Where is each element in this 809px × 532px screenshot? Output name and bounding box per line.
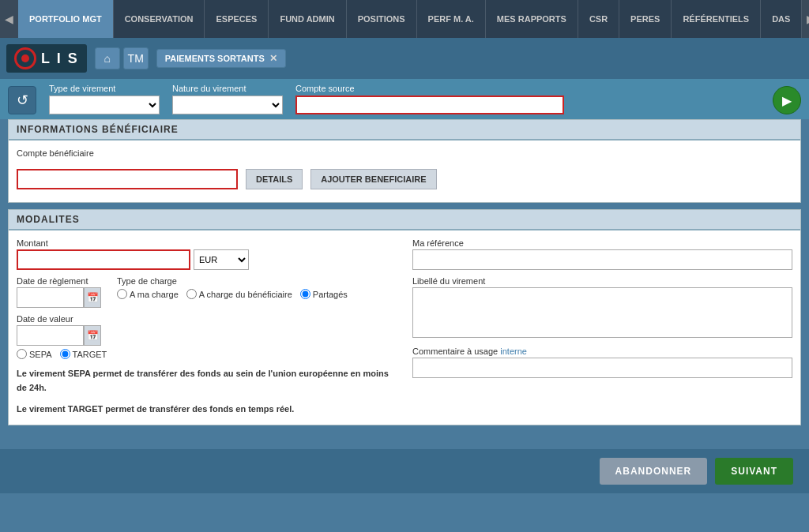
nature-virement-select[interactable] [172,96,283,114]
nav-tab-conservation[interactable]: CONSERVATION [114,0,205,38]
date-reglement-group: Date de règlement 04/01/2018 📅 [17,276,101,308]
charge-partages-option[interactable]: Partagés [300,289,348,299]
beneficiaire-section-body: Compte bénéficiaire DETAILS AJOUTER BENE… [9,140,800,202]
logo-bar: L I S ⌂ TM PAIEMENTS SORTANTS ✕ [0,38,809,79]
charge-ma-charge-option[interactable]: A ma charge [117,289,179,299]
nav-left-arrow[interactable]: ◀ [0,0,18,38]
top-navigation: ◀ PORTFOLIO MGT CONSERVATION ESPECES FUN… [0,0,809,38]
beneficiaire-controls-row: DETAILS AJOUTER BENEFICIAIRE [17,164,792,194]
footer: ABANDONNER SUIVANT [0,449,809,493]
sepa-option[interactable]: SEPA [17,349,52,359]
nav-tab-das[interactable]: DAS [761,0,802,38]
montant-row: Montant EUR USD GBP [17,238,397,270]
header-controls: ↺ Type de virement Nature du virement Co… [0,79,809,119]
paiements-sortants-tab[interactable]: PAIEMENTS SORTANTS ✕ [156,49,286,68]
commentaire-row: Commentaire à usage interne [412,347,792,378]
nav-tab-csr[interactable]: CSR [578,0,619,38]
modalites-left-panel: Montant EUR USD GBP Date de règlement [17,238,397,417]
refresh-icon: ↺ [17,92,28,109]
nav-tab-portfolio-mgt[interactable]: PORTFOLIO MGT [18,0,114,38]
modalites-section: MODALITES Montant EUR USD GBP [8,209,801,425]
ma-reference-row: Ma référence [412,238,792,270]
date-reglement-input[interactable]: 04/01/2018 [17,287,84,308]
logo: L I S [6,44,87,73]
libelle-virement-row: Libellé du virement [412,276,792,340]
compte-beneficiaire-input[interactable] [17,169,238,189]
play-icon: ▶ [782,93,792,108]
nav-tab-peres[interactable]: PERES [619,0,672,38]
logo-text: L I S [41,51,79,67]
date-reglement-label: Date de règlement [17,276,101,286]
nav-tab-referentiels[interactable]: RÉFÉRENTIELS [672,0,761,38]
beneficiaire-section: INFORMATIONS BÉNÉFICIAIRE Compte bénéfic… [8,119,801,203]
type-charge-group: Type de charge A ma charge A charge du b… [117,276,348,299]
info-target-text: Le virement TARGET permet de transférer … [17,403,397,417]
nav-tab-fund-admin[interactable]: FUND ADMIN [269,0,346,38]
commentaire-interne-link[interactable]: interne [500,347,527,356]
nav-tab-perf-ma[interactable]: PERF M. A. [417,0,486,38]
info-sepa-text: Le virement SEPA permet de transférer de… [17,367,397,395]
compte-source-input[interactable] [295,96,564,114]
commentaire-label: Commentaire à usage interne [412,347,792,356]
abandonner-button[interactable]: ABANDONNER [600,458,708,485]
target-option[interactable]: TARGET [60,349,107,359]
nav-tab-positions[interactable]: POSITIONS [347,0,417,38]
home-icon: ⌂ [103,52,110,65]
paiements-sortants-close-icon[interactable]: ✕ [269,53,277,64]
montant-label: Montant [17,238,397,248]
date-valeur-row: Date de valeur 📅 SEPA TARGET [17,314,397,359]
logo-circle [14,47,36,69]
type-charge-label: Type de charge [117,276,348,286]
modalites-right-panel: Ma référence Libellé du virement Comment… [412,238,792,417]
commentaire-input[interactable] [412,358,792,378]
charge-radio-group: A ma charge A charge du bénéficiaire Par… [117,289,348,299]
details-button[interactable]: DETAILS [246,169,303,189]
libelle-virement-label: Libellé du virement [412,276,792,286]
ajouter-beneficiaire-button[interactable]: AJOUTER BENEFICIAIRE [310,169,436,189]
date-valeur-label: Date de valeur [17,314,397,324]
ma-reference-label: Ma référence [412,238,792,248]
compte-beneficiaire-row: Compte bénéficiaire [17,148,792,158]
date-valeur-calendar-icon[interactable]: 📅 [84,325,101,346]
compte-source-label: Compte source [295,84,564,93]
date-valeur-input[interactable] [17,325,84,346]
compte-beneficiaire-label: Compte bénéficiaire [17,148,792,158]
date-charge-row: Date de règlement 04/01/2018 📅 Type de c… [17,276,397,308]
charge-beneficiaire-option[interactable]: A charge du bénéficiaire [186,289,292,299]
type-virement-group: Type de virement [49,84,160,114]
tm-icon: TM [128,52,144,65]
type-virement-label: Type de virement [49,84,160,93]
type-virement-select[interactable] [49,96,160,114]
modalites-section-body: Montant EUR USD GBP Date de règlement [9,230,800,425]
virement-type-radio-group: SEPA TARGET [17,349,397,359]
date-reglement-calendar-icon[interactable]: 📅 [84,287,101,308]
refresh-button[interactable]: ↺ [8,86,36,114]
nav-right-arrow[interactable]: ▶ [802,0,809,38]
home-button[interactable]: ⌂ [95,47,120,69]
beneficiaire-section-header: INFORMATIONS BÉNÉFICIAIRE [9,120,800,140]
currency-select[interactable]: EUR USD GBP [194,249,249,270]
nav-tab-especes[interactable]: ESPECES [205,0,269,38]
run-button[interactable]: ▶ [773,86,801,114]
compte-source-group: Compte source [295,84,564,114]
libelle-virement-textarea[interactable] [412,287,792,338]
content-spacer [0,425,809,449]
montant-input[interactable] [17,249,190,270]
tm-button[interactable]: TM [123,47,149,69]
suivant-button[interactable]: SUIVANT [715,458,793,485]
modalites-section-header: MODALITES [9,210,800,230]
logo-inner [21,54,29,62]
nature-virement-group: Nature du virement [172,84,283,114]
ma-reference-input[interactable] [412,249,792,270]
nature-virement-label: Nature du virement [172,84,283,93]
nav-tab-mes-rapports[interactable]: MES RAPPORTS [486,0,578,38]
